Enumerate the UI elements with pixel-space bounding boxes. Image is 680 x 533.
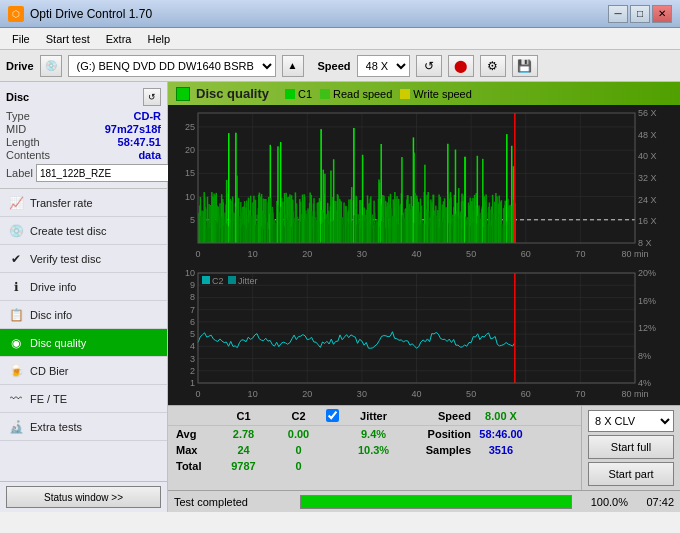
legend-read-color (320, 89, 330, 99)
app-icon: ⬡ (8, 6, 24, 22)
sidebar-label-verify-test-disc: Verify test disc (30, 253, 101, 265)
sidebar-label-disc-info: Disc info (30, 309, 72, 321)
stats-buttons-row: C1 C2 Jitter Speed 8.00 X Avg 2.78 (168, 406, 680, 490)
sidebar-item-extra-tests[interactable]: 🔬 Extra tests (0, 413, 167, 441)
label-key: Label (6, 167, 33, 179)
chart-container: Disc quality C1 Read speed Write speed (168, 82, 680, 512)
legend-c1: C1 (285, 88, 312, 100)
jitter-checkbox-wrap (326, 409, 346, 422)
avg-jitter: 9.4% (346, 428, 401, 440)
max-c1: 24 (216, 444, 271, 456)
legend-write-color (400, 89, 410, 99)
minimize-button[interactable]: ─ (608, 5, 628, 23)
sidebar-item-disc-info[interactable]: 📋 Disc info (0, 301, 167, 329)
label-input[interactable] (36, 164, 171, 182)
menu-start-test[interactable]: Start test (38, 31, 98, 47)
progress-bar-fill (301, 496, 571, 508)
settings-button[interactable]: ⚙ (480, 55, 506, 77)
lower-chart (168, 265, 680, 405)
stats-header-row: C1 C2 Jitter Speed 8.00 X (168, 406, 581, 426)
sidebar-item-cd-bier[interactable]: 🍺 CD Bier (0, 357, 167, 385)
drive-eject-button[interactable]: ▲ (282, 55, 304, 77)
upper-chart (168, 105, 680, 265)
sidebar-item-verify-test-disc[interactable]: ✔ Verify test disc (0, 245, 167, 273)
type-val: CD-R (134, 110, 162, 122)
drive-info-icon: ℹ (8, 279, 24, 295)
avg-c1: 2.78 (216, 428, 271, 440)
drive-label: Drive (6, 60, 34, 72)
length-key: Length (6, 136, 40, 148)
progress-time: 07:42 (634, 496, 674, 508)
bottom-stats: C1 C2 Jitter Speed 8.00 X Avg 2.78 (168, 405, 680, 490)
color-button[interactable]: ⬤ (448, 55, 474, 77)
jitter-checkbox[interactable] (326, 409, 339, 422)
max-c2: 0 (271, 444, 326, 456)
sidebar-label-transfer-rate: Transfer rate (30, 197, 93, 209)
disc-contents-row: Contents data (6, 149, 161, 161)
disc-label-row: Label ↺ (6, 164, 161, 182)
refresh-button[interactable]: ↺ (416, 55, 442, 77)
legend-write: Write speed (400, 88, 472, 100)
chart-title: Disc quality (196, 86, 269, 101)
titlebar: ⬡ Opti Drive Control 1.70 ─ □ ✕ (0, 0, 680, 28)
charts-section (168, 105, 680, 405)
speed-label: Speed (411, 410, 471, 422)
mid-val: 97m27s18f (105, 123, 161, 135)
sidebar-item-disc-quality[interactable]: ◉ Disc quality (0, 329, 167, 357)
disc-length-row: Length 58:47.51 (6, 136, 161, 148)
status-window-button[interactable]: Status window >> (6, 486, 161, 508)
action-buttons: 8 X CLV Start full Start part (581, 406, 680, 490)
drive-icon-button[interactable]: 💿 (40, 55, 62, 77)
stats-cols: C1 C2 Jitter Speed 8.00 X Avg 2.78 (168, 406, 581, 490)
menu-extra[interactable]: Extra (98, 31, 140, 47)
create-test-disc-icon: 💿 (8, 223, 24, 239)
drive-row: Drive 💿 (G:) BENQ DVD DD DW1640 BSRB ▲ S… (0, 50, 680, 82)
window-title: Opti Drive Control 1.70 (30, 7, 152, 21)
verify-test-disc-icon: ✔ (8, 251, 24, 267)
save-button[interactable]: 💾 (512, 55, 538, 77)
titlebar-controls: ─ □ ✕ (608, 5, 672, 23)
speed-val: 8.00 X (471, 410, 531, 422)
sidebar-label-create-test-disc: Create test disc (30, 225, 106, 237)
disc-header: Disc ↺ (6, 88, 161, 106)
total-label: Total (176, 460, 216, 472)
disc-panel: Disc ↺ Type CD-R MID 97m27s18f Length 58… (0, 82, 167, 189)
contents-val: data (138, 149, 161, 161)
total-c1: 9787 (216, 460, 271, 472)
legend-read: Read speed (320, 88, 392, 100)
drive-selector[interactable]: (G:) BENQ DVD DD DW1640 BSRB (68, 55, 276, 77)
menu-help[interactable]: Help (139, 31, 178, 47)
speed-selector[interactable]: 48 X (357, 55, 410, 77)
legend-c1-color (285, 89, 295, 99)
sidebar-label-cd-bier: CD Bier (30, 365, 69, 377)
samples-val: 3516 (471, 444, 531, 456)
disc-refresh-button[interactable]: ↺ (143, 88, 161, 106)
mid-key: MID (6, 123, 26, 135)
sidebar-item-transfer-rate[interactable]: 📈 Transfer rate (0, 189, 167, 217)
clv-speed-selector[interactable]: 8 X CLV (588, 410, 674, 432)
maximize-button[interactable]: □ (630, 5, 650, 23)
titlebar-left: ⬡ Opti Drive Control 1.70 (8, 6, 152, 22)
sidebar: Disc ↺ Type CD-R MID 97m27s18f Length 58… (0, 82, 168, 512)
position-label: Position (411, 428, 471, 440)
total-c2: 0 (271, 460, 326, 472)
menu-file[interactable]: File (4, 31, 38, 47)
sidebar-item-create-test-disc[interactable]: 💿 Create test disc (0, 217, 167, 245)
start-part-button[interactable]: Start part (588, 462, 674, 486)
disc-info-icon: 📋 (8, 307, 24, 323)
fe-te-icon: 〰 (8, 391, 24, 407)
start-full-button[interactable]: Start full (588, 435, 674, 459)
c1-header: C1 (216, 410, 271, 422)
progress-bar (300, 495, 572, 509)
disc-type-row: Type CD-R (6, 110, 161, 122)
disc-quality-header-icon (176, 87, 190, 101)
sidebar-item-drive-info[interactable]: ℹ Drive info (0, 273, 167, 301)
max-label: Max (176, 444, 216, 456)
sidebar-label-extra-tests: Extra tests (30, 421, 82, 433)
progress-percentage: 100.0% (578, 496, 628, 508)
close-button[interactable]: ✕ (652, 5, 672, 23)
statusbar: Test completed 100.0% 07:42 (168, 490, 680, 512)
transfer-rate-icon: 📈 (8, 195, 24, 211)
sidebar-item-fe-te[interactable]: 〰 FE / TE (0, 385, 167, 413)
avg-row: Avg 2.78 0.00 9.4% Position 58:46.00 (168, 426, 581, 442)
